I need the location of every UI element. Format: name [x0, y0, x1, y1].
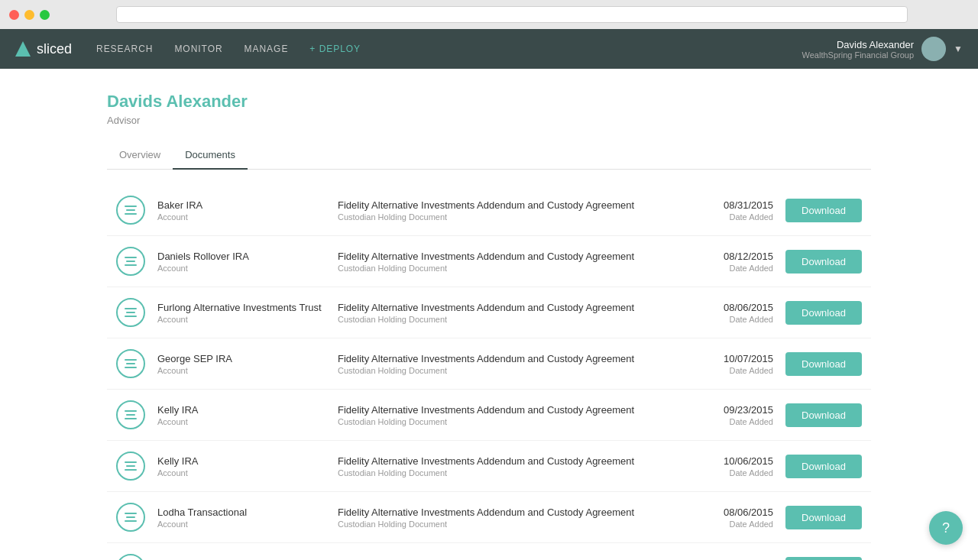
doc-account: Kelly IRA Account — [157, 404, 325, 426]
avatar[interactable] — [921, 37, 946, 61]
doc-date-label: Date Added — [689, 264, 773, 273]
doc-icon — [116, 400, 145, 429]
download-button[interactable]: Download — [785, 403, 862, 427]
doc-account: Kelly IRA Account — [157, 455, 325, 477]
doc-icon — [116, 196, 145, 225]
maximize-button[interactable] — [40, 10, 50, 20]
doc-date-label: Date Added — [689, 212, 773, 222]
doc-line-3 — [125, 367, 137, 368]
doc-date: 10/04/2015 Date Added — [689, 558, 773, 561]
doc-date-label: Date Added — [689, 520, 773, 529]
doc-line-1 — [125, 461, 137, 463]
doc-account-name: Kelly IRA — [157, 404, 325, 416]
doc-line-3 — [125, 316, 137, 317]
doc-name: Fidelity Alternative Investments Addendu… — [338, 558, 677, 561]
doc-date-value: 10/06/2015 — [689, 455, 773, 467]
doc-type: Custodian Holding Document — [338, 212, 677, 222]
doc-date-value: 10/07/2015 — [689, 353, 773, 364]
doc-line-1 — [125, 410, 137, 412]
doc-icon — [116, 349, 145, 378]
table-row: George SEP IRA Account Fidelity Alternat… — [107, 338, 871, 390]
doc-account-type: Account — [157, 520, 325, 529]
chevron-down-icon[interactable]: ▼ — [954, 44, 963, 54]
doc-date-label: Date Added — [689, 468, 773, 477]
doc-line-1 — [125, 359, 137, 361]
download-button[interactable]: Download — [785, 199, 862, 222]
doc-date: 08/12/2015 Date Added — [689, 251, 773, 273]
doc-date-value: 10/04/2015 — [689, 558, 773, 561]
navbar: sliced RESEARCH MONITOR MANAGE DEPLOY Da… — [0, 29, 978, 69]
doc-icon — [116, 503, 145, 532]
doc-account-name: Baker IRA — [157, 199, 325, 211]
close-button[interactable] — [9, 10, 19, 20]
doc-date-label: Date Added — [689, 366, 773, 375]
navbar-right: Davids Alexander WealthSpring Financial … — [802, 37, 963, 61]
minimize-button[interactable] — [24, 10, 34, 20]
doc-account-name: Daniels Rollover IRA — [157, 251, 325, 262]
doc-account-type: Account — [157, 366, 325, 375]
brand-icon — [15, 41, 31, 57]
doc-details: Fidelity Alternative Investments Addendu… — [338, 302, 677, 324]
doc-date-value: 08/31/2015 — [689, 199, 773, 211]
doc-account: Lodha Transactional Account — [157, 558, 325, 561]
doc-date: 08/06/2015 Date Added — [689, 302, 773, 324]
nav-deploy[interactable]: DEPLOY — [309, 44, 361, 54]
user-name: Davids Alexander — [802, 39, 915, 50]
document-list: Baker IRA Account Fidelity Alternative I… — [107, 185, 871, 560]
nav-links: RESEARCH MONITOR MANAGE DEPLOY — [96, 44, 361, 54]
title-bar — [0, 0, 978, 29]
doc-line-1 — [125, 513, 137, 514]
navbar-left: sliced RESEARCH MONITOR MANAGE DEPLOY — [15, 41, 361, 57]
download-button[interactable]: Download — [785, 250, 862, 274]
doc-icon — [116, 554, 145, 560]
doc-line-3 — [125, 213, 137, 215]
doc-line-3 — [125, 264, 137, 266]
doc-account: Furlong Alternative Investments Trust Ac… — [157, 302, 325, 324]
doc-account-type: Account — [157, 417, 325, 426]
doc-line-2 — [126, 465, 135, 467]
doc-line-3 — [125, 469, 137, 471]
doc-account-type: Account — [157, 264, 325, 273]
chat-bubble[interactable]: ? — [929, 511, 963, 545]
table-row: Kelly IRA Account Fidelity Alternative I… — [107, 390, 871, 441]
tab-documents[interactable]: Documents — [173, 141, 248, 170]
doc-name: Fidelity Alternative Investments Addendu… — [338, 455, 677, 467]
doc-line-3 — [125, 520, 137, 522]
nav-manage[interactable]: MANAGE — [244, 44, 289, 54]
doc-account-type: Account — [157, 212, 325, 222]
table-row: Kelly IRA Account Fidelity Alternative I… — [107, 441, 871, 492]
download-button[interactable]: Download — [785, 506, 862, 529]
nav-monitor[interactable]: MONITOR — [174, 44, 222, 54]
doc-line-2 — [126, 209, 135, 211]
doc-account: Baker IRA Account — [157, 199, 325, 222]
download-button[interactable]: Download — [785, 455, 862, 478]
doc-icon — [116, 298, 145, 327]
download-button[interactable]: Download — [785, 301, 862, 325]
doc-details: Fidelity Alternative Investments Addendu… — [338, 558, 677, 561]
url-bar[interactable] — [116, 6, 908, 23]
doc-account-name: Lodha Transactional — [157, 507, 325, 518]
doc-date: 08/31/2015 Date Added — [689, 199, 773, 222]
doc-line-2 — [126, 261, 135, 262]
doc-account-type: Account — [157, 468, 325, 477]
doc-account: Lodha Transactional Account — [157, 507, 325, 529]
doc-details: Fidelity Alternative Investments Addendu… — [338, 251, 677, 273]
doc-account-name: Furlong Alternative Investments Trust — [157, 302, 325, 313]
nav-research[interactable]: RESEARCH — [96, 44, 153, 54]
doc-name: Fidelity Alternative Investments Addendu… — [338, 353, 677, 364]
doc-date-label: Date Added — [689, 417, 773, 426]
doc-account: George SEP IRA Account — [157, 353, 325, 375]
doc-account-name: Lodha Transactional — [157, 558, 325, 561]
doc-date: 09/23/2015 Date Added — [689, 404, 773, 426]
brand-logo[interactable]: sliced — [15, 41, 72, 57]
download-button[interactable]: Download — [785, 557, 862, 561]
tab-overview[interactable]: Overview — [107, 141, 173, 170]
doc-name: Fidelity Alternative Investments Addendu… — [338, 404, 677, 416]
doc-account-type: Account — [157, 315, 325, 324]
page-title: Davids Alexander — [107, 92, 871, 112]
download-button[interactable]: Download — [785, 352, 862, 376]
brand-name: sliced — [37, 41, 72, 57]
doc-line-2 — [126, 414, 135, 416]
table-row: Daniels Rollover IRA Account Fidelity Al… — [107, 236, 871, 287]
doc-icon — [116, 247, 145, 276]
